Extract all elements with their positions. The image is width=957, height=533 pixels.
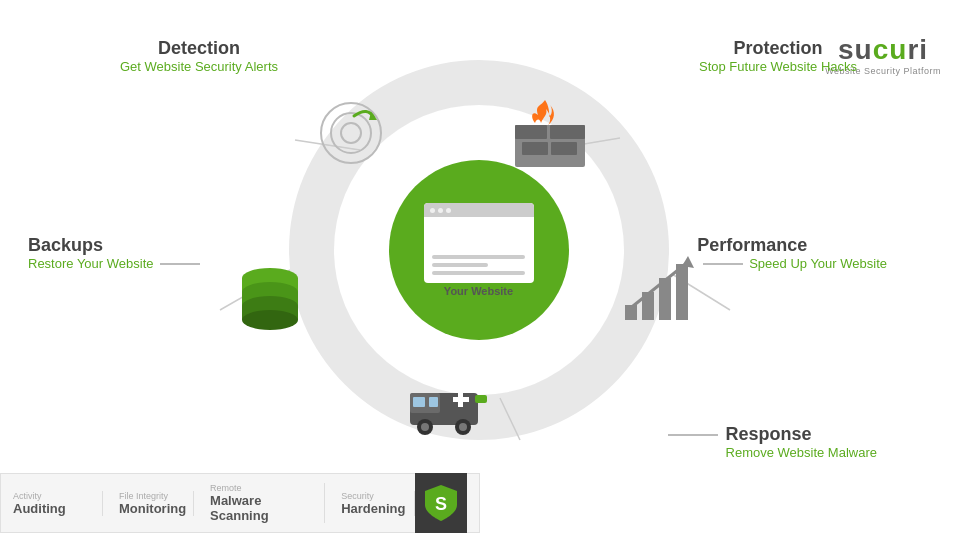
auditing-label: Activity [13,491,42,501]
svg-rect-19 [676,264,688,320]
svg-rect-24 [413,397,425,407]
performance-title: Performance [697,235,887,256]
bottom-item-auditing: Activity Auditing [13,491,103,516]
svg-rect-25 [429,397,438,407]
auditing-value: Auditing [13,501,66,516]
svg-rect-5 [515,125,547,139]
response-icon [405,375,495,440]
backups-icon [230,260,310,330]
performance-subtitle: Speed Up Your Website [749,256,887,271]
response-title: Response [726,424,812,445]
protection-section: Protection Stop Future Website Hacks [699,38,857,74]
response-section: Response Remove Website Malware [668,424,877,460]
center-circle: Your Website [389,160,569,340]
hardening-value: Hardening [341,501,405,516]
website-box [424,203,534,283]
svg-rect-32 [475,395,487,403]
svg-text:S: S [435,494,447,514]
performance-icon [620,250,700,325]
protection-subtitle: Stop Future Website Hacks [699,59,857,74]
detection-section: Detection Get Website Security Alerts [120,38,278,74]
performance-section: Performance Speed Up Your Website [697,235,887,271]
backups-section: Backups Restore Your Website [28,235,206,271]
svg-point-2 [341,123,361,143]
detection-title: Detection [120,38,278,59]
detection-icon [316,98,386,168]
bottom-bar: Activity Auditing File Integrity Monitor… [0,473,480,533]
bottom-item-malware: Remote Malware Scanning [194,483,325,523]
svg-point-1 [331,113,371,153]
bottom-item-monitoring: File Integrity Monitoring [103,491,194,516]
bottom-item-hardening: Security Hardening [325,491,415,516]
monitoring-value: Monitoring [119,501,186,516]
svg-rect-8 [551,142,577,155]
svg-rect-27 [458,393,463,407]
svg-marker-21 [682,256,694,268]
svg-rect-7 [522,142,548,155]
response-subtitle: Remove Website Malware [726,445,877,460]
detection-subtitle: Get Website Security Alerts [120,59,278,74]
backups-title: Backups [28,235,206,256]
backups-subtitle: Restore Your Website [28,256,154,271]
svg-point-29 [421,423,429,431]
shield-badge: S [415,473,467,533]
diagram: sucuri Website Security Platform Your We… [0,20,957,480]
hardening-label: Security [341,491,374,501]
svg-point-15 [242,310,298,330]
protection-icon [510,95,590,175]
center-label: Your Website [444,285,513,297]
svg-point-31 [459,423,467,431]
monitoring-label: File Integrity [119,491,168,501]
svg-rect-6 [550,125,585,139]
protection-title: Protection [699,38,857,59]
malware-label: Remote [210,483,242,493]
malware-value: Malware Scanning [210,493,308,523]
